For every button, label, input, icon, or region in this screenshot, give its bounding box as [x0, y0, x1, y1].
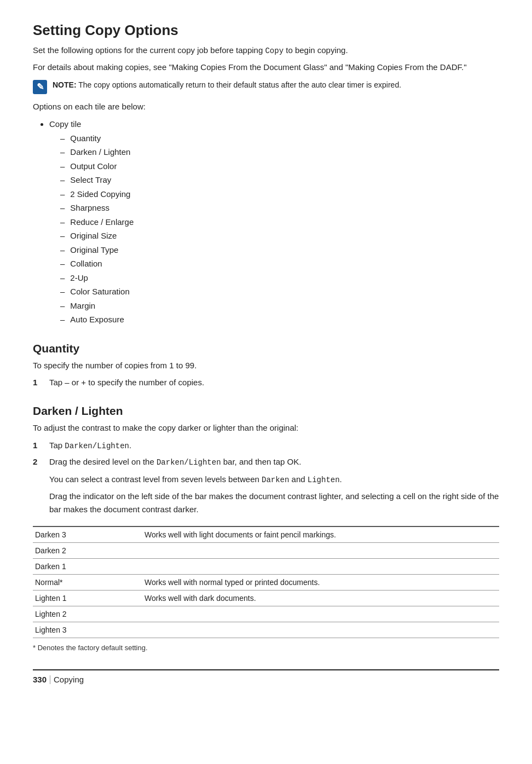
darken-lighten-desc: To adjust the contrast to make the copy …: [33, 422, 499, 435]
list-item: Auto Exposure: [60, 312, 499, 327]
note-icon: ✎: [33, 80, 47, 94]
page-title: Setting Copy Options: [33, 22, 499, 39]
step2-code: Darken/Lighten: [157, 458, 221, 467]
quantity-step-1: 1 Tap – or + to specify the number of co…: [33, 376, 499, 389]
contrast-level: Darken 3: [33, 526, 142, 543]
step1-code: Darken/Lighten: [65, 442, 129, 450]
table-footnote: * Denotes the factory default setting.: [33, 643, 499, 653]
copy-tile-item: Copy tile Quantity Darken / Lighten Outp…: [49, 117, 499, 327]
footer-page-number: 330: [33, 675, 47, 684]
list-item: Quantity: [60, 131, 499, 146]
darken-lighten-steps: 1 Tap Darken/Lighten. 2 Drag the desired…: [33, 439, 499, 469]
table-row: Lighten 3: [33, 622, 499, 638]
list-item: 2 Sided Copying: [60, 187, 499, 201]
step-number-2: 2: [33, 455, 43, 468]
quantity-desc: To specify the number of copies from 1 t…: [33, 360, 499, 372]
list-item: Sharpness: [60, 201, 499, 215]
list-item: Output Color: [60, 159, 499, 173]
list-item: Original Type: [60, 243, 499, 257]
contrast-level: Lighten 2: [33, 606, 142, 622]
main-list: Copy tile Quantity Darken / Lighten Outp…: [49, 117, 499, 327]
contrast-description: [142, 542, 499, 558]
table-row: Normal*Works well with normal typed or p…: [33, 574, 499, 590]
list-item: Original Size: [60, 229, 499, 243]
contrast-level: Darken 2: [33, 542, 142, 558]
intro-paragraph-2: For details about making copies, see "Ma…: [33, 61, 499, 74]
darken-step-1: 1 Tap Darken/Lighten.: [33, 439, 499, 452]
step-number-1: 1: [33, 439, 43, 452]
list-item: Collation: [60, 257, 499, 271]
lighten-code: Lighten: [308, 476, 340, 484]
step-number: 1: [33, 376, 43, 389]
step-2-content: Drag the desired level on the Darken/Lig…: [49, 455, 499, 468]
step-1-content: Tap Darken/Lighten.: [49, 439, 499, 452]
footer-divider: [50, 675, 50, 684]
contrast-level: Lighten 3: [33, 622, 142, 638]
contrast-level: Lighten 1: [33, 590, 142, 606]
contrast-description: [142, 606, 499, 622]
note-box: ✎ NOTE: The copy options automatically r…: [33, 79, 499, 94]
list-item: Reduce / Enlarge: [60, 215, 499, 229]
contrast-description: Works well with light documents or faint…: [142, 526, 499, 543]
list-item: Select Tray: [60, 173, 499, 187]
intro-paragraph-1: Set the following options for the curren…: [33, 44, 499, 57]
table-row: Darken 1: [33, 558, 499, 574]
footer-bar: 330 Copying: [33, 669, 499, 684]
table-row: Darken 2: [33, 542, 499, 558]
contrast-level: Darken 1: [33, 558, 142, 574]
quantity-steps: 1 Tap – or + to specify the number of co…: [33, 376, 499, 389]
table-row: Lighten 2: [33, 606, 499, 622]
contrast-description: Works well with dark documents.: [142, 590, 499, 606]
darken-step-2: 2 Drag the desired level on the Darken/L…: [33, 455, 499, 468]
step-content: Tap – or + to specify the number of copi…: [49, 376, 499, 389]
contrast-description: [142, 558, 499, 574]
darken-sub-para-2: Drag the indicator on the left side of t…: [49, 490, 499, 516]
quantity-heading: Quantity: [33, 342, 499, 355]
table-row: Lighten 1Works well with dark documents.: [33, 590, 499, 606]
footer-section: Copying: [54, 675, 84, 684]
sub-list: Quantity Darken / Lighten Output Color S…: [60, 131, 499, 327]
list-item: 2-Up: [60, 271, 499, 285]
note-text: NOTE: The copy options automatically ret…: [53, 79, 401, 91]
darken-lighten-heading: Darken / Lighten: [33, 404, 499, 418]
darken-code: Darken: [262, 476, 289, 484]
table-row: Darken 3Works well with light documents …: [33, 526, 499, 543]
list-item: Color Saturation: [60, 285, 499, 299]
contrast-level: Normal*: [33, 574, 142, 590]
options-intro: Options on each tile are below:: [33, 101, 499, 113]
list-item: Darken / Lighten: [60, 145, 499, 159]
contrast-table: Darken 3Works well with light documents …: [33, 526, 499, 638]
list-item: Margin: [60, 299, 499, 313]
contrast-description: [142, 622, 499, 638]
darken-sub-para-1: You can select a contrast level from sev…: [49, 473, 499, 486]
contrast-description: Works well with normal typed or printed …: [142, 574, 499, 590]
